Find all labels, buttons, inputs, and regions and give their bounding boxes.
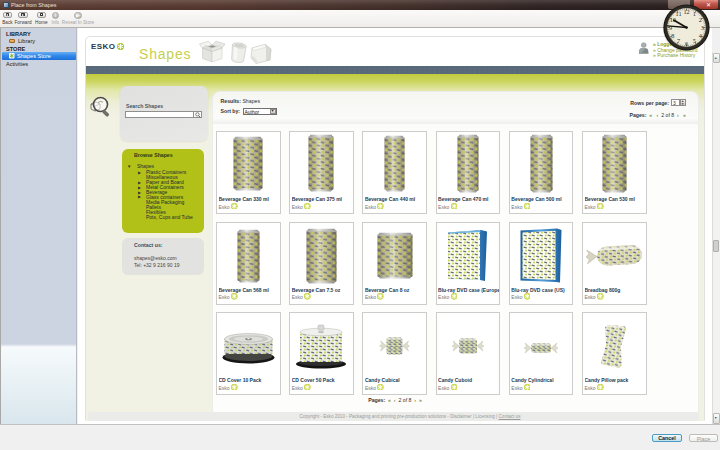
svg-text:5: 5	[693, 37, 696, 44]
svg-text:6: 6	[685, 39, 688, 46]
svg-text:1: 1	[693, 9, 696, 16]
svg-text:8: 8	[671, 31, 674, 38]
svg-text:2: 2	[699, 15, 702, 22]
svg-text:12: 12	[683, 7, 689, 14]
svg-text:11: 11	[676, 9, 682, 16]
svg-text:3: 3	[701, 23, 704, 30]
svg-text:7: 7	[677, 37, 680, 44]
svg-text:9: 9	[669, 23, 672, 30]
